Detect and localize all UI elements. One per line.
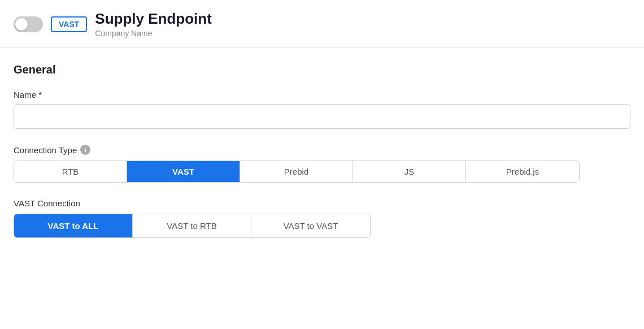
toggle-track — [14, 16, 43, 32]
company-name-label: Company Name — [95, 29, 212, 38]
connection-type-prebidjs-button[interactable]: Prebid.js — [466, 161, 579, 182]
header-title-group: Supply Endpoint Company Name — [95, 10, 212, 38]
vast-to-all-button[interactable]: VAST to ALL — [14, 214, 133, 237]
vast-connection-button-group: VAST to ALL VAST to RTB VAST to VAST — [14, 214, 371, 238]
vast-connection-section: VAST Connection VAST to ALL VAST to RTB … — [14, 198, 630, 238]
vast-to-vast-button[interactable]: VAST to VAST — [251, 214, 370, 237]
page-title: Supply Endpoint — [95, 10, 212, 28]
connection-type-info-icon[interactable]: i — [80, 145, 90, 155]
connection-type-vast-button[interactable]: VAST — [127, 161, 240, 182]
name-field-label: Name * — [14, 90, 630, 99]
connection-type-rtb-button[interactable]: RTB — [14, 161, 127, 182]
vast-connection-label: VAST Connection — [14, 198, 630, 208]
connection-type-section: Connection Type i RTB VAST Prebid JS Pre… — [14, 145, 630, 183]
connection-type-label: Connection Type i — [14, 145, 630, 155]
general-section-title: General — [14, 63, 630, 76]
connection-type-button-group: RTB VAST Prebid JS Prebid.js — [14, 161, 580, 183]
main-content: General Name * Connection Type i RTB VAS… — [0, 47, 644, 263]
vast-badge: VAST — [51, 16, 87, 32]
status-toggle[interactable] — [14, 16, 43, 32]
connection-type-js-button[interactable]: JS — [353, 161, 466, 182]
vast-to-rtb-button[interactable]: VAST to RTB — [133, 214, 251, 237]
toggle-thumb — [15, 18, 28, 31]
name-field-group: Name * — [14, 90, 630, 129]
connection-type-text: Connection Type — [14, 145, 77, 155]
connection-type-prebid-button[interactable]: Prebid — [240, 161, 353, 182]
name-input[interactable] — [14, 104, 630, 129]
page-header: VAST Supply Endpoint Company Name — [0, 0, 644, 47]
